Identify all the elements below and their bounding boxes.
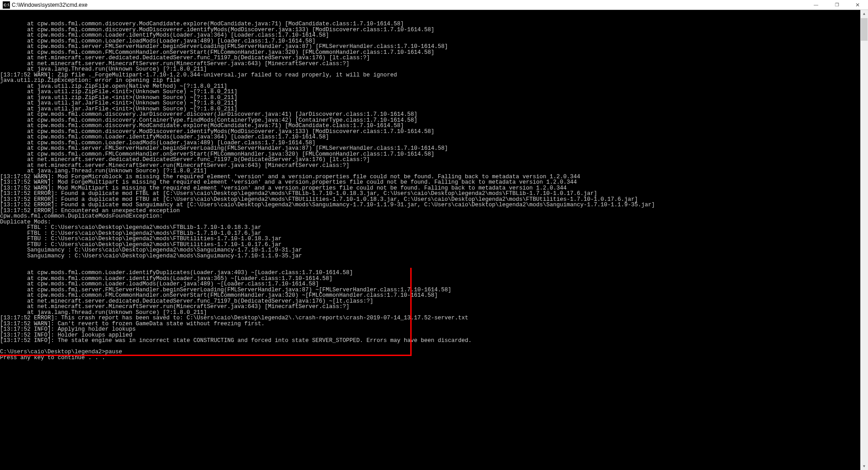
scroll-up-arrow[interactable]: ▲ [860, 10, 868, 18]
terminal-output[interactable]: at cpw.mods.fml.common.discovery.ModCand… [0, 10, 860, 470]
scrollbar-thumb[interactable] [861, 18, 868, 41]
terminal-container: at cpw.mods.fml.common.discovery.ModCand… [0, 10, 868, 470]
window-title-bar: C:\ C:\Windows\system32\cmd.exe — ❐ ✕ [0, 0, 868, 10]
terminal-content: at cpw.mods.fml.common.discovery.ModCand… [0, 21, 860, 361]
minimize-button[interactable]: — [806, 0, 826, 9]
close-button[interactable]: ✕ [847, 0, 868, 9]
maximize-button[interactable]: ❐ [826, 0, 847, 9]
vertical-scrollbar[interactable]: ▲ ▼ [860, 10, 868, 470]
scroll-down-arrow[interactable]: ▼ [860, 462, 868, 470]
window-controls: — ❐ ✕ [806, 0, 868, 9]
cmd-icon: C:\ [3, 1, 10, 9]
window-title: C:\Windows\system32\cmd.exe [12, 2, 806, 8]
